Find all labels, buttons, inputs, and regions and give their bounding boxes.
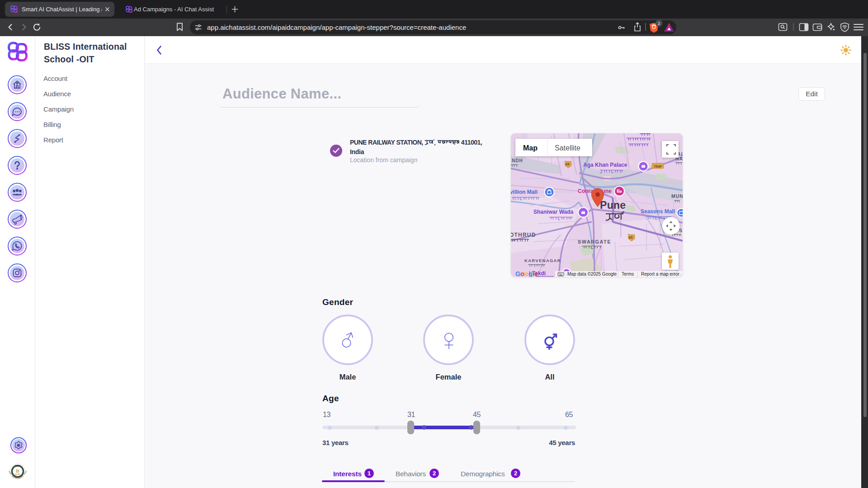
svg-text:Map data ©2025 Google: Map data ©2025 Google bbox=[567, 272, 617, 277]
svg-text:OTHRUD: OTHRUD bbox=[511, 232, 536, 238]
svg-text:65: 65 bbox=[566, 162, 570, 166]
svg-text:Seasons Mall: Seasons Mall bbox=[641, 208, 675, 215]
svg-text:Satellite: Satellite bbox=[555, 144, 580, 152]
svg-text:Pune: Pune bbox=[600, 199, 626, 211]
svg-text:BLISS: BLISS bbox=[15, 474, 20, 475]
svg-text:Pavillion Mall: Pavillion Mall bbox=[511, 189, 538, 195]
svg-text:Report a map error: Report a map error bbox=[641, 272, 679, 277]
svg-text:B: B bbox=[16, 468, 19, 474]
svg-text:Shaniwar Wada: Shaniwar Wada bbox=[533, 209, 574, 215]
svg-text:KARVENAGAR: KARVENAGAR bbox=[524, 258, 561, 263]
svg-text:MUN: MUN bbox=[671, 193, 683, 199]
svg-text:Terms: Terms bbox=[622, 272, 634, 277]
svg-text:Map: Map bbox=[523, 144, 538, 152]
svg-text:Google: Google bbox=[515, 270, 538, 277]
svg-text:753F: 753F bbox=[654, 164, 662, 169]
svg-text:NDH: NDH bbox=[512, 158, 523, 163]
svg-text:Aga Khan Palace: Aga Khan Palace bbox=[583, 162, 627, 168]
svg-text:SWARGATE: SWARGATE bbox=[578, 239, 611, 244]
svg-text:65: 65 bbox=[629, 235, 633, 239]
